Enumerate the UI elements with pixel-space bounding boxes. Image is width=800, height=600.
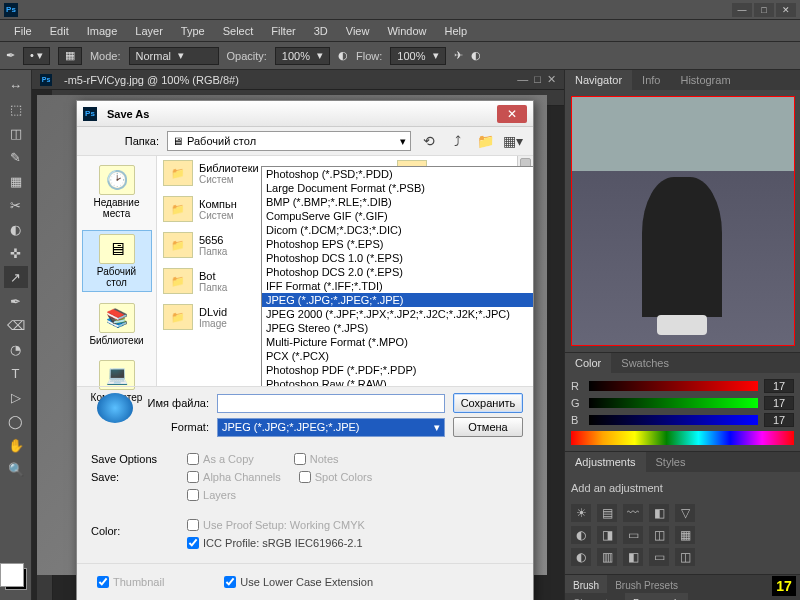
up-icon[interactable]: ⤴	[447, 131, 467, 151]
tool-0[interactable]: ↔	[4, 74, 28, 96]
tool-10[interactable]: ⌫	[4, 314, 28, 336]
panel-tab-swatches[interactable]: Swatches	[611, 353, 679, 373]
notes-checkbox[interactable]: Notes	[294, 453, 339, 465]
threshold-icon[interactable]: ◧	[623, 548, 643, 566]
doc-close-icon[interactable]: ✕	[547, 73, 556, 86]
menu-filter[interactable]: Filter	[263, 23, 303, 39]
tool-11[interactable]: ◔	[4, 338, 28, 360]
vibrance-icon[interactable]: ▽	[675, 504, 695, 522]
hue-icon[interactable]: ◐	[571, 526, 591, 544]
file-list[interactable]: 📁БиблиотекиСистем📁КомпьнСистем📁5656Папка…	[157, 156, 533, 386]
color-swatches[interactable]	[5, 568, 27, 590]
tool-7[interactable]: ✜	[4, 242, 28, 264]
g-slider[interactable]	[589, 398, 758, 408]
dialog-close-button[interactable]: ✕	[497, 105, 527, 123]
maximize-button[interactable]: □	[754, 3, 774, 17]
new-folder-icon[interactable]: 📁	[475, 131, 495, 151]
r-value[interactable]: 17	[764, 379, 794, 393]
file-item[interactable]: 📁DLvidImage	[163, 304, 259, 330]
menu-view[interactable]: View	[338, 23, 378, 39]
panel-tab-styles[interactable]: Styles	[646, 452, 696, 472]
color-ramp[interactable]	[571, 431, 794, 445]
b-value[interactable]: 17	[764, 413, 794, 427]
invert-icon[interactable]: ◐	[571, 548, 591, 566]
dialog-titlebar[interactable]: Ps Save As ✕	[77, 101, 533, 127]
proof-checkbox[interactable]: Use Proof Setup: Working CMYK	[187, 519, 519, 531]
panel-tab-brush[interactable]: Brush	[565, 575, 607, 595]
curves-icon[interactable]: 〰	[623, 504, 643, 522]
lookup-icon[interactable]: ▦	[675, 526, 695, 544]
pressure-size-icon[interactable]: ◐	[471, 49, 481, 62]
selective-color-icon[interactable]: ◫	[675, 548, 695, 566]
file-item[interactable]: 📁BotПапка	[163, 268, 259, 294]
format-option[interactable]: JPEG (*.JPG;*.JPEG;*.JPE)	[262, 293, 533, 307]
cancel-button[interactable]: Отмена	[453, 417, 523, 437]
panel-tab-paragraph[interactable]: Paragraph	[625, 593, 688, 600]
opacity-field[interactable]: 100% ▾	[275, 47, 330, 65]
menu-3d[interactable]: 3D	[306, 23, 336, 39]
bw-icon[interactable]: ◨	[597, 526, 617, 544]
exposure-icon[interactable]: ◧	[649, 504, 669, 522]
format-option[interactable]: Photoshop (*.PSD;*.PDD)	[262, 167, 533, 181]
doc-maximize-icon[interactable]: □	[534, 73, 541, 86]
format-option[interactable]: Photoshop Raw (*.RAW)	[262, 377, 533, 386]
flow-field[interactable]: 100% ▾	[390, 47, 445, 65]
tool-3[interactable]: ✎	[4, 146, 28, 168]
levels-icon[interactable]: ▤	[597, 504, 617, 522]
doc-minimize-icon[interactable]: —	[517, 73, 528, 86]
tool-2[interactable]: ◫	[4, 122, 28, 144]
tool-16[interactable]: 🔍	[4, 458, 28, 480]
tool-4[interactable]: ▦	[4, 170, 28, 192]
photo-filter-icon[interactable]: ▭	[623, 526, 643, 544]
format-option[interactable]: Multi-Picture Format (*.MPO)	[262, 335, 533, 349]
panel-tab-histogram[interactable]: Histogram	[670, 70, 740, 90]
lowercase-checkbox[interactable]: Use Lower Case Extension	[224, 576, 373, 588]
airbrush-icon[interactable]: ✈	[454, 49, 463, 62]
minimize-button[interactable]: —	[732, 3, 752, 17]
b-slider[interactable]	[589, 415, 758, 425]
tool-14[interactable]: ◯	[4, 410, 28, 432]
thumbnail-checkbox[interactable]: Thumbnail	[97, 576, 164, 588]
gradient-map-icon[interactable]: ▭	[649, 548, 669, 566]
format-dropdown-list[interactable]: Photoshop (*.PSD;*.PDD)Large Document Fo…	[261, 166, 533, 386]
format-option[interactable]: BMP (*.BMP;*.RLE;*.DIB)	[262, 195, 533, 209]
menu-window[interactable]: Window	[379, 23, 434, 39]
layers-checkbox[interactable]: Layers	[187, 489, 519, 501]
filename-input[interactable]	[217, 394, 445, 413]
save-button[interactable]: Сохранить	[453, 393, 523, 413]
format-option[interactable]: JPEG Stereo (*.JPS)	[262, 321, 533, 335]
back-icon[interactable]: ⟲	[419, 131, 439, 151]
menu-layer[interactable]: Layer	[127, 23, 171, 39]
channel-mixer-icon[interactable]: ◫	[649, 526, 669, 544]
format-option[interactable]: Dicom (*.DCM;*.DC3;*.DIC)	[262, 223, 533, 237]
format-dropdown[interactable]: JPEG (*.JPG;*.JPEG;*.JPE)▾	[217, 418, 445, 437]
as-copy-checkbox[interactable]: As a Copy	[187, 453, 254, 465]
menu-edit[interactable]: Edit	[42, 23, 77, 39]
format-option[interactable]: Photoshop EPS (*.EPS)	[262, 237, 533, 251]
panel-tab-navigator[interactable]: Navigator	[565, 70, 632, 90]
brush-panel-toggle[interactable]: ▦	[58, 47, 82, 65]
pressure-opacity-icon[interactable]: ◐	[338, 49, 348, 62]
file-item[interactable]: 📁БиблиотекиСистем	[163, 160, 259, 186]
format-option[interactable]: PCX (*.PCX)	[262, 349, 533, 363]
icc-checkbox[interactable]: ICC Profile: sRGB IEC61966-2.1	[187, 537, 519, 549]
tool-6[interactable]: ◐	[4, 218, 28, 240]
menu-file[interactable]: File	[6, 23, 40, 39]
view-menu-icon[interactable]: ▦▾	[503, 131, 523, 151]
panel-tab-color[interactable]: Color	[565, 353, 611, 373]
posterize-icon[interactable]: ▥	[597, 548, 617, 566]
tool-15[interactable]: ✋	[4, 434, 28, 456]
panel-tab-info[interactable]: Info	[632, 70, 670, 90]
panel-tab-character[interactable]: Character	[565, 593, 625, 600]
menu-type[interactable]: Type	[173, 23, 213, 39]
r-slider[interactable]	[589, 381, 758, 391]
menu-help[interactable]: Help	[437, 23, 476, 39]
mode-dropdown[interactable]: Normal ▾	[129, 47, 219, 65]
place-1[interactable]: 🖥Рабочий стол	[82, 230, 152, 292]
format-option[interactable]: Photoshop DCS 2.0 (*.EPS)	[262, 265, 533, 279]
brightness-icon[interactable]: ☀	[571, 504, 591, 522]
tool-9[interactable]: ✒	[4, 290, 28, 312]
file-item[interactable]: 📁5656Папка	[163, 232, 259, 258]
panel-tab-adjustments[interactable]: Adjustments	[565, 452, 646, 472]
folder-dropdown[interactable]: 🖥 Рабочий стол ▾	[167, 131, 411, 151]
